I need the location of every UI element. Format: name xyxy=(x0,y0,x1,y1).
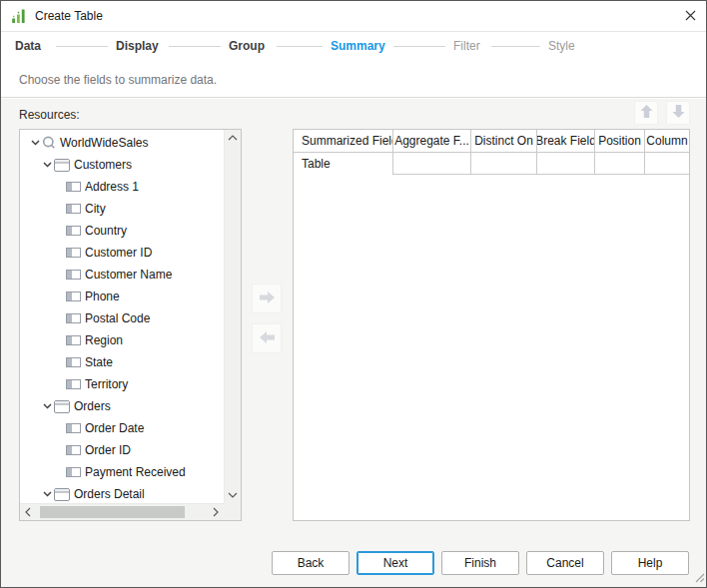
tree-vertical-scrollbar[interactable] xyxy=(224,130,241,503)
column-header-break-field: Break Field xyxy=(537,130,595,153)
tree-item-phone[interactable]: Phone xyxy=(20,286,224,307)
field-icon xyxy=(66,270,81,280)
column-header-distinct-on: Distinct On xyxy=(471,130,537,153)
move-right-icon xyxy=(258,290,277,308)
table-cell[interactable] xyxy=(645,153,689,175)
tree-item-payment-received[interactable]: Payment Received xyxy=(20,461,224,483)
tree-item-order-date[interactable]: Order Date xyxy=(20,417,224,439)
tree-item-customer-id[interactable]: Customer ID xyxy=(20,242,224,264)
add-field-button[interactable] xyxy=(252,284,282,313)
summary-table-header: Summarized FieldsAggregate F...Distinct … xyxy=(294,130,689,153)
help-button[interactable]: Help xyxy=(611,551,689,575)
chevron-down-icon[interactable] xyxy=(40,491,54,497)
tree-item-label: Address 1 xyxy=(85,180,139,194)
step-filter[interactable]: Filter xyxy=(453,39,480,53)
scrollbar-corner xyxy=(224,503,241,520)
tree-item-label: WorldWideSales xyxy=(60,136,148,150)
tree-item-label: City xyxy=(85,202,106,216)
move-down-icon xyxy=(671,104,686,122)
finish-button[interactable]: Finish xyxy=(441,551,519,575)
tree-item-label: Order Date xyxy=(85,421,144,435)
field-icon xyxy=(66,292,81,301)
close-button[interactable] xyxy=(679,6,701,28)
chevron-down-icon[interactable] xyxy=(40,403,54,409)
step-connector xyxy=(277,46,323,47)
tree-item-customers[interactable]: Customers xyxy=(20,154,224,176)
tree-item-label: Customer Name xyxy=(85,268,172,282)
scroll-up-arrow-icon[interactable] xyxy=(225,130,241,146)
field-icon xyxy=(66,467,81,477)
remove-field-button[interactable] xyxy=(252,323,282,353)
tree-item-label: Orders xyxy=(74,399,111,413)
move-down-button[interactable] xyxy=(666,101,690,125)
step-group[interactable]: Group xyxy=(229,39,265,53)
back-button[interactable]: Back xyxy=(272,551,350,575)
tree-item-orders[interactable]: Orders xyxy=(20,395,224,417)
scrollbar-thumb[interactable] xyxy=(40,506,185,518)
table-row: Table xyxy=(294,153,689,175)
table-cell[interactable] xyxy=(537,153,595,175)
field-icon xyxy=(66,379,81,389)
tree-item-worldwidesales[interactable]: WorldWideSales xyxy=(20,132,224,154)
step-style[interactable]: Style xyxy=(548,39,575,53)
wizard-steps: DataDisplayGroupSummaryFilterStyle xyxy=(1,32,706,62)
resources-label: Resources: xyxy=(19,108,80,122)
tree-item-city[interactable]: City xyxy=(20,198,224,220)
content-area: Resources: WorldWideSalesCustomersAddres… xyxy=(1,99,706,587)
scroll-right-arrow-icon[interactable] xyxy=(208,504,224,520)
window-title: Create Table xyxy=(35,9,103,23)
close-icon xyxy=(685,10,696,24)
scroll-left-arrow-icon[interactable] xyxy=(20,504,36,520)
field-icon xyxy=(66,248,81,258)
chevron-down-icon[interactable] xyxy=(28,140,42,146)
column-header-aggregate-f: Aggregate F... xyxy=(393,130,471,153)
table-cell[interactable] xyxy=(471,153,537,175)
title-bar: Create Table xyxy=(1,1,706,32)
tree-item-customer-name[interactable]: Customer Name xyxy=(20,264,224,286)
tree-item-country[interactable]: Country xyxy=(20,220,224,242)
tree-item-label: Payment Received xyxy=(85,465,186,479)
tree-item-order-id[interactable]: Order ID xyxy=(20,439,224,461)
step-connector xyxy=(56,46,108,47)
table-icon xyxy=(54,488,70,501)
next-button[interactable]: Next xyxy=(356,551,434,575)
field-icon xyxy=(66,357,81,367)
field-icon xyxy=(66,423,81,433)
tree-item-label: Territory xyxy=(85,377,128,391)
column-header-position: Position xyxy=(595,130,645,153)
tree-item-orders-detail[interactable]: Orders Detail xyxy=(20,483,224,503)
table-cell[interactable] xyxy=(393,153,471,175)
resources-tree: WorldWideSalesCustomersAddress 1CityCoun… xyxy=(20,132,224,503)
resources-tree-panel: WorldWideSalesCustomersAddress 1CityCoun… xyxy=(19,129,242,521)
column-header-column: Column xyxy=(645,130,689,153)
field-icon xyxy=(66,445,81,455)
scroll-down-arrow-icon[interactable] xyxy=(225,487,241,503)
step-display[interactable]: Display xyxy=(116,39,159,53)
step-summary[interactable]: Summary xyxy=(331,39,385,53)
page-subtitle: Choose the fields to summarize data. xyxy=(19,73,217,87)
tree-item-address-1[interactable]: Address 1 xyxy=(20,176,224,198)
table-cell[interactable] xyxy=(595,153,645,175)
tree-item-postal-code[interactable]: Postal Code xyxy=(20,307,224,329)
step-connector xyxy=(491,46,540,47)
tree-item-territory[interactable]: Territory xyxy=(20,373,224,395)
cancel-button[interactable]: Cancel xyxy=(526,551,604,575)
tree-item-region[interactable]: Region xyxy=(20,329,224,351)
field-icon xyxy=(66,226,81,236)
step-data[interactable]: Data xyxy=(15,39,41,53)
resize-grip-icon[interactable] xyxy=(693,571,705,586)
tree-item-label: State xyxy=(85,355,113,369)
tree-item-state[interactable]: State xyxy=(20,351,224,373)
move-up-button[interactable] xyxy=(634,101,658,125)
chevron-down-icon[interactable] xyxy=(40,162,54,168)
table-icon xyxy=(54,400,70,413)
tree-horizontal-scrollbar[interactable] xyxy=(20,503,224,520)
tree-item-label: Phone xyxy=(85,290,120,303)
summary-table-body: Table xyxy=(294,153,689,175)
tree-item-label: Customer ID xyxy=(85,246,152,260)
summarized-field-cell[interactable]: Table xyxy=(294,153,393,175)
move-left-icon xyxy=(258,329,277,348)
step-connector xyxy=(169,46,221,47)
tree-item-label: Country xyxy=(85,224,127,238)
subtitle-row: Choose the fields to summarize data. xyxy=(1,62,706,98)
